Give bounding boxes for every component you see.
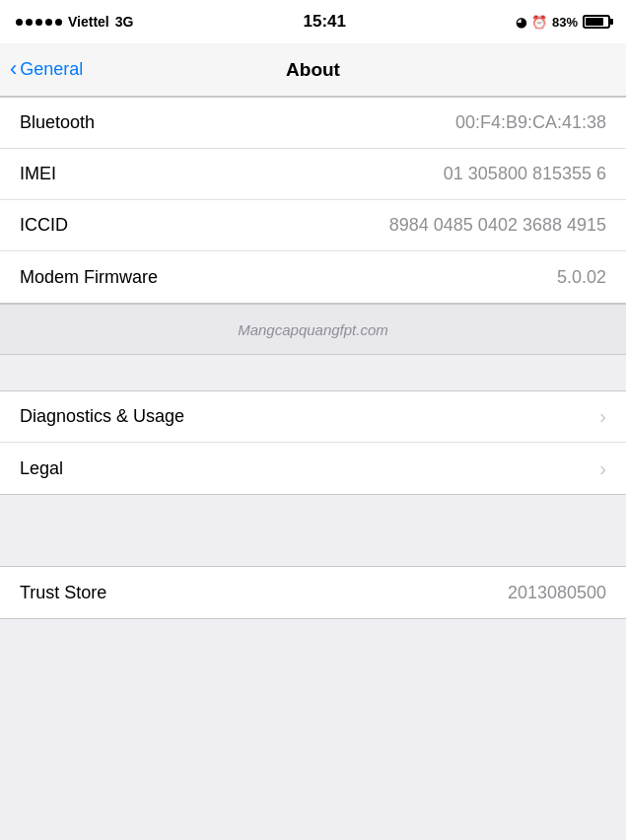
trust-store-row: Trust Store 2013080500 bbox=[0, 567, 626, 618]
signal-dot-5 bbox=[55, 19, 62, 26]
trust-store-value: 2013080500 bbox=[508, 583, 606, 603]
status-time: 15:41 bbox=[303, 12, 345, 32]
modem-firmware-value: 5.0.02 bbox=[557, 267, 606, 288]
alarm-icon: ⏰ bbox=[531, 15, 547, 30]
content-area: Bluetooth 00:F4:B9:CA:41:38 IMEI 01 3058… bbox=[0, 97, 626, 619]
status-right: ◕ ⏰ 83% bbox=[516, 15, 610, 30]
signal-dot-3 bbox=[35, 19, 42, 26]
legal-label: Legal bbox=[20, 458, 63, 479]
spacer-3 bbox=[0, 530, 626, 566]
signal-dot-2 bbox=[26, 19, 33, 26]
battery-fill bbox=[586, 18, 603, 26]
legal-row[interactable]: Legal › bbox=[0, 443, 626, 494]
battery-shell bbox=[583, 15, 610, 29]
network-type: 3G bbox=[115, 14, 134, 30]
watermark-text: Mangcapquangfpt.com bbox=[238, 321, 388, 338]
imei-value: 01 305800 815355 6 bbox=[444, 164, 606, 184]
spacer-2 bbox=[0, 495, 626, 530]
imei-label: IMEI bbox=[20, 164, 56, 184]
signal-dot-4 bbox=[45, 19, 52, 26]
bluetooth-label: Bluetooth bbox=[20, 112, 95, 133]
battery-indicator bbox=[583, 15, 610, 29]
nav-group: Diagnostics & Usage › Legal › bbox=[0, 390, 626, 495]
lock-icon: ◕ bbox=[516, 15, 526, 30]
imei-row: IMEI 01 305800 815355 6 bbox=[0, 149, 626, 200]
modem-firmware-row: Modem Firmware 5.0.02 bbox=[0, 251, 626, 303]
status-left: Viettel 3G bbox=[16, 14, 133, 30]
trust-store-label: Trust Store bbox=[20, 583, 106, 603]
bluetooth-value: 00:F4:B9:CA:41:38 bbox=[455, 112, 606, 133]
trust-group: Trust Store 2013080500 bbox=[0, 566, 626, 619]
signal-dots bbox=[16, 19, 62, 26]
spacer-1 bbox=[0, 355, 626, 390]
page-title: About bbox=[286, 59, 340, 81]
bluetooth-row: Bluetooth 00:F4:B9:CA:41:38 bbox=[0, 98, 626, 149]
signal-dot-1 bbox=[16, 19, 23, 26]
iccid-value: 8984 0485 0402 3688 4915 bbox=[389, 215, 606, 236]
back-label: General bbox=[20, 59, 83, 80]
legal-chevron-icon: › bbox=[599, 457, 606, 480]
carrier-name: Viettel bbox=[68, 14, 109, 30]
diagnostics-row[interactable]: Diagnostics & Usage › bbox=[0, 391, 626, 443]
iccid-label: ICCID bbox=[20, 215, 68, 236]
back-button[interactable]: ‹ General bbox=[10, 59, 83, 80]
diagnostics-chevron-icon: › bbox=[599, 405, 606, 428]
modem-firmware-label: Modem Firmware bbox=[20, 267, 158, 288]
info-group: Bluetooth 00:F4:B9:CA:41:38 IMEI 01 3058… bbox=[0, 97, 626, 304]
nav-bar: ‹ General About bbox=[0, 43, 626, 97]
diagnostics-label: Diagnostics & Usage bbox=[20, 406, 184, 427]
status-bar: Viettel 3G 15:41 ◕ ⏰ 83% bbox=[0, 0, 626, 43]
iccid-row: ICCID 8984 0485 0402 3688 4915 bbox=[0, 200, 626, 251]
back-chevron-icon: ‹ bbox=[10, 58, 17, 80]
battery-percent: 83% bbox=[552, 15, 578, 30]
watermark-section: Mangcapquangfpt.com bbox=[0, 304, 626, 355]
